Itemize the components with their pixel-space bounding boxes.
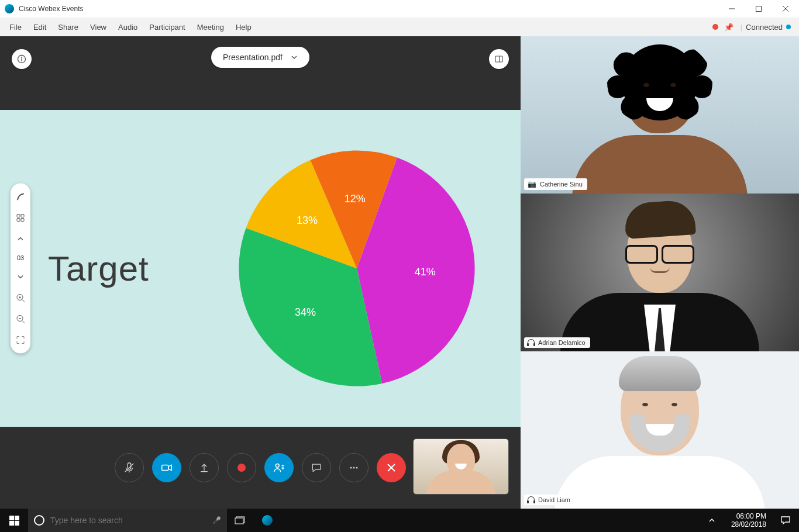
menu-audio[interactable]: Audio: [112, 19, 143, 35]
camera-icon: 📷: [528, 180, 536, 188]
close-button[interactable]: [772, 0, 799, 18]
menu-meeting[interactable]: Meeting: [191, 19, 230, 35]
call-controls: [0, 427, 521, 509]
slide-title: Target: [48, 248, 149, 289]
end-call-button[interactable]: [377, 453, 406, 482]
svg-point-5: [21, 57, 22, 58]
pie-chart: 41%34%13%12%: [234, 146, 480, 391]
presentation-file-pill[interactable]: Presentation.pdf: [211, 47, 309, 68]
svg-point-32: [353, 467, 355, 469]
menu-participant[interactable]: Participant: [143, 19, 191, 35]
taskbar-clock[interactable]: 06:00 PM 28/02/2018: [725, 512, 772, 529]
pie-slice-label: 12%: [345, 193, 366, 205]
participants-panel: 📷 Catherine Sinu Adrian Delamico: [521, 36, 799, 509]
svg-rect-7: [495, 56, 502, 62]
record-button[interactable]: [227, 453, 256, 482]
chat-button[interactable]: [302, 453, 331, 482]
more-button[interactable]: [339, 453, 368, 482]
svg-rect-23: [162, 465, 168, 470]
window-title: Cisco Webex Events: [19, 5, 84, 13]
presentation-filename: Presentation.pdf: [223, 53, 283, 62]
annotate-icon[interactable]: [15, 192, 26, 202]
windows-logo-icon: [9, 516, 19, 526]
participant-label: David Liam: [524, 495, 575, 505]
participant-label: 📷 Catherine Sinu: [524, 178, 587, 190]
slide-counter: 03: [17, 255, 24, 261]
connected-dot-icon: [786, 25, 791, 29]
share-button[interactable]: [190, 453, 219, 482]
zoom-out-button[interactable]: [15, 314, 26, 324]
info-button[interactable]: [12, 49, 32, 69]
slide-toolbar: 03: [11, 184, 30, 354]
video-button[interactable]: [152, 453, 181, 482]
chevron-down-icon: [291, 54, 298, 61]
menu-share[interactable]: Share: [52, 19, 84, 35]
thumbnails-icon[interactable]: [15, 213, 26, 223]
menu-view[interactable]: View: [84, 19, 112, 35]
participant-tile[interactable]: 📷 Catherine Sinu: [521, 36, 799, 194]
participant-tile[interactable]: David Liam: [521, 351, 799, 509]
cortana-icon: [34, 515, 44, 526]
participants-button[interactable]: [264, 453, 294, 482]
presentation-header: Presentation.pdf: [0, 36, 521, 110]
svg-point-33: [356, 467, 358, 469]
svg-rect-11: [17, 219, 20, 222]
pin-icon[interactable]: 📌: [724, 23, 733, 32]
menubar: File Edit Share View Audio Participant M…: [0, 18, 799, 36]
zoom-in-button[interactable]: [15, 293, 26, 303]
svg-rect-10: [21, 215, 24, 217]
connection-status: Connected: [746, 23, 783, 32]
shared-slide: 03 Target 41%34%13%12%: [0, 110, 521, 427]
mute-button[interactable]: [115, 453, 144, 482]
headset-icon: [528, 339, 535, 346]
webex-logo-icon: [5, 4, 14, 13]
minimize-button[interactable]: [718, 0, 745, 18]
svg-point-27: [275, 464, 279, 467]
pie-slice-label: 41%: [415, 266, 436, 278]
menu-file[interactable]: File: [4, 19, 27, 35]
participant-label: Adrian Delamico: [524, 337, 590, 348]
svg-point-31: [350, 467, 352, 469]
pie-slice-label: 34%: [295, 306, 316, 319]
svg-rect-37: [235, 518, 243, 524]
menu-help[interactable]: Help: [230, 19, 257, 35]
taskbar-search[interactable]: 🎤: [28, 509, 227, 532]
fullscreen-button[interactable]: [15, 335, 26, 346]
recording-indicator-icon: [712, 24, 718, 30]
action-center-icon[interactable]: [772, 509, 799, 532]
self-view-thumbnail[interactable]: [413, 438, 509, 495]
svg-rect-9: [17, 215, 20, 217]
maximize-button[interactable]: [745, 0, 772, 18]
svg-line-14: [22, 300, 25, 302]
prev-slide-button[interactable]: [15, 234, 26, 244]
svg-line-18: [22, 321, 25, 323]
task-view-button[interactable]: [227, 509, 254, 532]
svg-rect-12: [21, 219, 24, 222]
headset-icon: [528, 496, 535, 503]
next-slide-button[interactable]: [15, 272, 26, 282]
layout-button[interactable]: [489, 49, 509, 69]
taskbar-webex-icon[interactable]: [254, 509, 281, 532]
start-button[interactable]: [0, 509, 28, 532]
search-input[interactable]: [50, 516, 206, 525]
pie-slice-label: 13%: [297, 215, 318, 227]
menu-edit[interactable]: Edit: [27, 19, 52, 35]
svg-marker-24: [168, 465, 172, 470]
titlebar: Cisco Webex Events: [0, 0, 799, 18]
svg-rect-6: [21, 58, 22, 61]
mic-icon[interactable]: 🎤: [212, 516, 221, 524]
windows-taskbar: 🎤 06:00 PM 28/02/2018: [0, 509, 799, 532]
svg-rect-1: [756, 6, 762, 12]
tray-chevron-icon[interactable]: [698, 509, 725, 532]
participant-tile[interactable]: Adrian Delamico: [521, 194, 799, 351]
